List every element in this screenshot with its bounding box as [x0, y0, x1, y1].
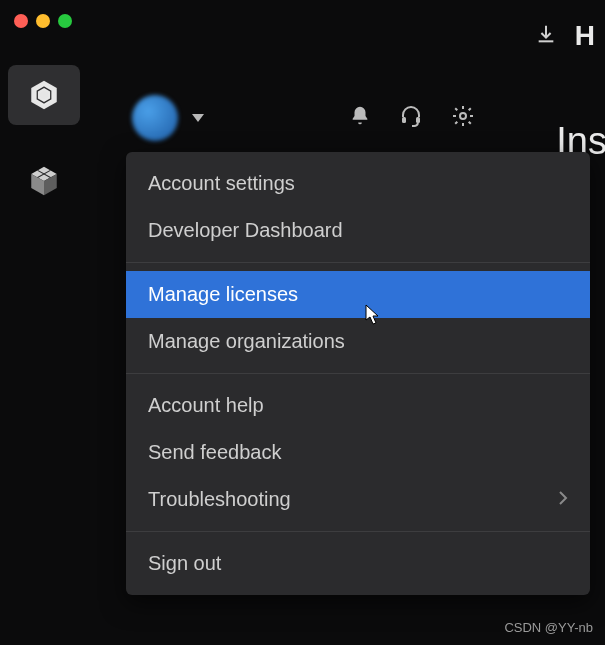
menu-item-sign-out[interactable]: Sign out [126, 540, 590, 587]
menu-item-label: Developer Dashboard [148, 219, 343, 242]
rail-cube-icon[interactable] [8, 151, 80, 211]
menu-item-manage-organizations[interactable]: Manage organizations [126, 318, 590, 365]
bell-icon[interactable] [349, 105, 371, 131]
minimize-window-button[interactable] [36, 14, 50, 28]
left-rail [0, 55, 88, 211]
account-dropdown-caret-icon[interactable] [192, 114, 204, 122]
svg-rect-8 [402, 117, 406, 123]
close-window-button[interactable] [14, 14, 28, 28]
chevron-right-icon [558, 488, 568, 511]
partial-letter: H [575, 20, 595, 52]
download-icon[interactable] [535, 23, 557, 49]
menu-item-label: Manage organizations [148, 330, 345, 353]
account-dropdown-menu: Account settings Developer Dashboard Man… [126, 152, 590, 595]
support-headset-icon[interactable] [399, 104, 423, 132]
top-right-controls: H [535, 20, 595, 52]
menu-item-label: Send feedback [148, 441, 281, 464]
watermark: CSDN @YY-nb [504, 620, 593, 635]
menu-item-label: Account settings [148, 172, 295, 195]
window-controls [14, 14, 72, 28]
menu-item-account-settings[interactable]: Account settings [126, 160, 590, 207]
svg-point-10 [460, 113, 466, 119]
menu-item-troubleshooting[interactable]: Troubleshooting [126, 476, 590, 523]
rail-unity-hub-icon[interactable] [8, 65, 80, 125]
menu-item-send-feedback[interactable]: Send feedback [126, 429, 590, 476]
svg-marker-2 [39, 89, 49, 100]
menu-item-developer-dashboard[interactable]: Developer Dashboard [126, 207, 590, 254]
account-header-row [132, 88, 605, 148]
menu-item-label: Sign out [148, 552, 221, 575]
maximize-window-button[interactable] [58, 14, 72, 28]
gear-icon[interactable] [451, 104, 475, 132]
menu-item-label: Account help [148, 394, 264, 417]
menu-item-manage-licenses[interactable]: Manage licenses [126, 271, 590, 318]
avatar[interactable] [132, 95, 178, 141]
svg-rect-9 [416, 117, 420, 123]
menu-item-account-help[interactable]: Account help [126, 382, 590, 429]
menu-item-label: Troubleshooting [148, 488, 291, 511]
menu-item-label: Manage licenses [148, 283, 298, 306]
